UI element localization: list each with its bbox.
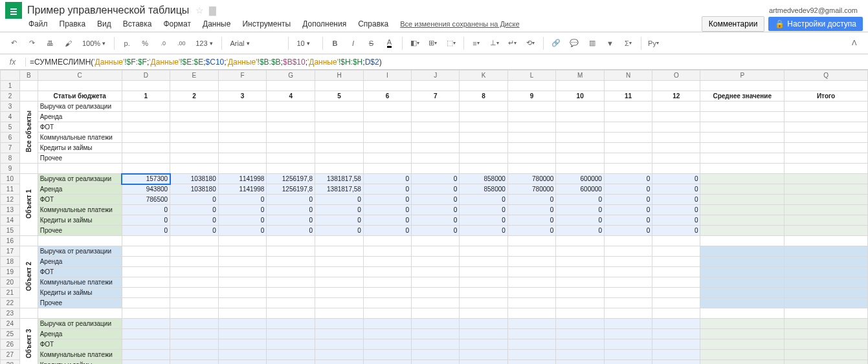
row-header-6[interactable]: 6	[1, 133, 20, 143]
cell[interactable]	[363, 246, 411, 257]
cell-item[interactable]: Аренда	[38, 184, 122, 195]
cell[interactable]	[507, 308, 556, 319]
cell-item[interactable]: Коммунальные платежи	[38, 277, 122, 288]
cell[interactable]: 0	[267, 226, 315, 236]
cell-item[interactable]: ФОТ	[38, 267, 122, 277]
cell-item[interactable]: Выручка от реализации	[38, 319, 122, 329]
cell[interactable]	[19, 308, 38, 319]
cell[interactable]: 0	[218, 205, 267, 215]
cell[interactable]	[315, 298, 364, 308]
cell[interactable]	[122, 350, 170, 360]
col-header-N[interactable]: N	[604, 70, 652, 81]
bold-button[interactable]: B	[327, 35, 344, 52]
more-formats-select[interactable]: 123▾	[191, 36, 217, 51]
col-header-O[interactable]: O	[652, 70, 700, 81]
share-button[interactable]: 🔒 Настройки доступа	[768, 17, 863, 31]
cell[interactable]	[363, 102, 411, 112]
cell[interactable]: 0	[363, 205, 411, 215]
cell[interactable]	[122, 319, 170, 329]
row-header-19[interactable]: 19	[1, 267, 20, 277]
cell[interactable]	[652, 122, 700, 133]
cell[interactable]	[267, 153, 315, 164]
cell[interactable]	[700, 112, 785, 122]
cell[interactable]: 0	[315, 205, 364, 215]
cell[interactable]	[700, 226, 785, 236]
cell[interactable]	[315, 102, 364, 112]
cell[interactable]: 0	[604, 226, 652, 236]
functions-button[interactable]: Σ▾	[620, 35, 637, 52]
cell[interactable]	[604, 112, 652, 122]
menu-data[interactable]: Данные	[203, 19, 230, 28]
cell[interactable]	[652, 102, 700, 112]
col-header-M[interactable]: M	[556, 70, 605, 81]
cell[interactable]	[122, 298, 170, 308]
row-header-21[interactable]: 21	[1, 288, 20, 298]
redo-button[interactable]: ↷	[23, 35, 40, 52]
cell[interactable]	[267, 308, 315, 319]
borders-button[interactable]: ⊞▾	[425, 35, 441, 52]
cell[interactable]	[363, 329, 411, 339]
cell[interactable]	[556, 308, 605, 319]
cell[interactable]	[412, 164, 460, 174]
cell[interactable]	[700, 298, 785, 308]
cell[interactable]	[460, 339, 508, 350]
cell[interactable]	[785, 277, 868, 288]
cell[interactable]	[363, 277, 411, 288]
menu-edit[interactable]: Правка	[60, 19, 86, 28]
cell[interactable]	[460, 288, 508, 298]
cell-item[interactable]: Коммунальные платежи	[38, 350, 122, 360]
cell[interactable]	[700, 133, 785, 143]
cell[interactable]	[315, 267, 364, 277]
fill-color-button[interactable]: ◧▾	[406, 35, 423, 52]
cell[interactable]	[170, 122, 219, 133]
cell[interactable]: 0	[122, 205, 170, 215]
cell[interactable]: 0	[604, 195, 652, 205]
cell[interactable]	[700, 257, 785, 267]
cell[interactable]	[700, 236, 785, 246]
cell[interactable]	[460, 246, 508, 257]
cell[interactable]	[267, 236, 315, 246]
font-select[interactable]: Arial▾	[226, 36, 284, 51]
cell[interactable]	[556, 112, 605, 122]
folder-icon[interactable]: ▇	[209, 5, 216, 16]
cell[interactable]	[170, 153, 219, 164]
cell[interactable]	[218, 81, 267, 91]
cell[interactable]	[460, 308, 508, 319]
menu-view[interactable]: Вид	[97, 19, 111, 28]
cell[interactable]	[785, 257, 868, 267]
cell[interactable]	[556, 350, 605, 360]
cell[interactable]	[170, 319, 219, 329]
cell[interactable]	[604, 329, 652, 339]
cell[interactable]	[700, 164, 785, 174]
cell[interactable]	[267, 288, 315, 298]
cell-month-10[interactable]: 10	[556, 91, 605, 102]
row-header-27[interactable]: 27	[1, 350, 20, 360]
cell[interactable]	[267, 81, 315, 91]
cell[interactable]: 0	[122, 215, 170, 226]
cell[interactable]	[412, 329, 460, 339]
cell[interactable]	[315, 257, 364, 267]
col-header-K[interactable]: K	[460, 70, 508, 81]
cell[interactable]: 0	[363, 174, 411, 184]
cell[interactable]	[460, 153, 508, 164]
row-header-17[interactable]: 17	[1, 246, 20, 257]
cell[interactable]	[785, 122, 868, 133]
link-button[interactable]: 🔗	[548, 35, 564, 52]
cell[interactable]	[19, 236, 38, 246]
cell[interactable]: 858000	[460, 174, 508, 184]
cell[interactable]	[556, 319, 605, 329]
cell[interactable]	[700, 329, 785, 339]
cell[interactable]	[412, 133, 460, 143]
row-header-13[interactable]: 13	[1, 205, 20, 215]
cell[interactable]	[315, 112, 364, 122]
cell[interactable]	[218, 246, 267, 257]
cell[interactable]	[412, 153, 460, 164]
cell[interactable]	[785, 102, 868, 112]
cell[interactable]: 0	[604, 174, 652, 184]
cell[interactable]: 600000	[556, 174, 605, 184]
cell[interactable]	[315, 236, 364, 246]
cell[interactable]	[700, 288, 785, 298]
document-title[interactable]: Пример управленческой таблицы	[27, 5, 189, 16]
cell-item[interactable]: Кредиты и займы	[38, 215, 122, 226]
cell[interactable]	[556, 153, 605, 164]
